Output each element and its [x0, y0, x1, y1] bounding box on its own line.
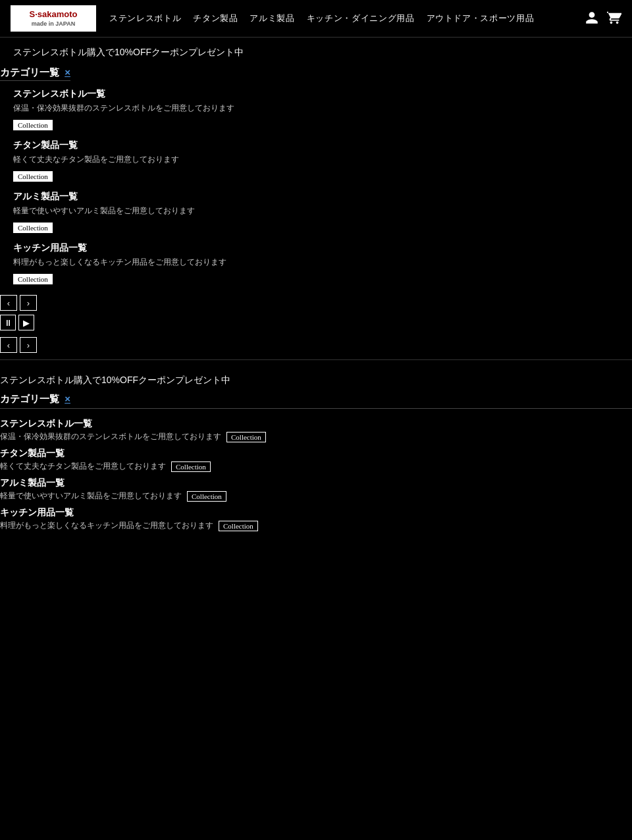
list-row-2-desc: 軽くて丈夫なチタン製品をご用意しております [0, 461, 166, 472]
carousel-controls: ‹ › [0, 291, 632, 312]
logo-text: S·sakamoto made in JAPAN [30, 9, 78, 28]
section-1: ステンレスボトル一覧 保温・保冷効果抜群のステンレスボトルをご用意しております … [0, 82, 632, 133]
list-row-3-badge[interactable]: Collection [187, 491, 226, 502]
section-1-title: ステンレスボトル一覧 [13, 88, 619, 100]
cart-icon[interactable] [607, 11, 621, 27]
promo-banner: ステンレスボトル購入で10%OFFクーポンプレゼント中 [0, 38, 632, 64]
nav-outdoor[interactable]: アウトドア・スポーツ用品 [427, 13, 535, 24]
section-2-desc: 軽くて丈夫なチタン製品をご用意しております [13, 154, 619, 165]
header-icons [585, 11, 621, 27]
section-1-badge[interactable]: Collection [13, 120, 53, 130]
site-logo[interactable]: S·sakamoto made in JAPAN [11, 5, 96, 32]
list-row-4-desc: 料理がもっと楽しくなるキッチン用品をご用意しております [0, 520, 213, 531]
list-row-2-badge[interactable]: Collection [171, 461, 211, 472]
section-4: キッチン用品一覧 料理がもっと楽しくなるキッチン用品をご用意しております Col… [0, 236, 632, 287]
promo2-text: ステンレスボトル購入で10%OFFクーポンプレゼント中 [0, 375, 632, 386]
category-label: カテゴリ一覧 [0, 66, 59, 78]
carousel-next-button-2[interactable]: › [20, 337, 37, 353]
main-nav: ステンレスボトル チタン製品 アルミ製品 キッチン・ダイニング用品 アウトドア・… [109, 13, 585, 24]
list-row-4: キッチン用品一覧 料理がもっと楽しくなるキッチン用品をご用意しております Col… [0, 503, 632, 533]
category-header: カテゴリ一覧 × [0, 61, 70, 81]
nav-stainless[interactable]: ステンレスボトル [109, 13, 181, 24]
nav-alumi[interactable]: アルミ製品 [250, 13, 294, 24]
nav-titan[interactable]: チタン製品 [193, 13, 238, 24]
section-3-title: アルミ製品一覧 [13, 191, 619, 203]
list-row-2: チタン製品一覧 軽くて丈夫なチタン製品をご用意しております Collection [0, 444, 632, 473]
section-3-desc: 軽量で使いやすいアルミ製品をご用意しております [13, 205, 619, 217]
list-row-4-title: キッチン用品一覧 [0, 507, 632, 519]
list-row-3-title: アルミ製品一覧 [0, 477, 632, 489]
section-4-title: キッチン用品一覧 [13, 242, 619, 254]
section-3-badge[interactable]: Collection [13, 223, 53, 233]
site-header: S·sakamoto made in JAPAN ステンレスボトル チタン製品 … [0, 0, 632, 38]
list-row-1-badge[interactable]: Collection [226, 432, 266, 442]
section-2-title: チタン製品一覧 [13, 140, 619, 151]
category-close-link[interactable]: × [65, 66, 70, 78]
category2-header: カテゴリ一覧 × [0, 393, 632, 409]
section-1-desc: 保温・保冷効果抜群のステンレスボトルをご用意しております [13, 103, 619, 114]
section-4-desc: 料理がもっと楽しくなるキッチン用品をご用意しております [13, 257, 619, 268]
second-promo-section: ステンレスボトル購入で10%OFFクーポンプレゼント中 カテゴリ一覧 × ステン… [0, 364, 632, 538]
list-row-3: アルミ製品一覧 軽量で使いやすいアルミ製品をご用意しております Collecti… [0, 473, 632, 503]
list-row-1: ステンレスボトル一覧 保温・保冷効果抜群のステンレスボトルをご用意しております … [0, 414, 632, 444]
list-row-3-desc: 軽量で使いやすいアルミ製品をご用意しております [0, 490, 182, 502]
category2-label: カテゴリ一覧 [0, 393, 59, 404]
carousel-next-button[interactable]: › [20, 295, 37, 311]
list-row-2-title: チタン製品一覧 [0, 448, 632, 459]
play-button[interactable]: ▶ [18, 315, 34, 330]
section-2-badge[interactable]: Collection [13, 171, 53, 182]
category2-close-link[interactable]: × [65, 393, 70, 404]
section-3: アルミ製品一覧 軽量で使いやすいアルミ製品をご用意しております Collecti… [0, 184, 632, 236]
list-row-4-badge[interactable]: Collection [219, 521, 258, 531]
pause-button[interactable]: ⏸ [0, 315, 16, 330]
carousel-prev-button[interactable]: ‹ [0, 295, 17, 311]
carousel-controls-2: ‹ › [0, 333, 632, 354]
section-2: チタン製品一覧 軽くて丈夫なチタン製品をご用意しております Collection [0, 133, 632, 184]
list-row-1-desc: 保温・保冷効果抜群のステンレスボトルをご用意しております [0, 431, 221, 442]
nav-kitchen[interactable]: キッチン・ダイニング用品 [307, 13, 415, 24]
media-controls: ⏸ ▶ [0, 312, 632, 333]
promo-text: ステンレスボトル購入で10%OFFクーポンプレゼント中 [13, 47, 244, 57]
carousel-prev-button-2[interactable]: ‹ [0, 337, 17, 353]
list-row-1-title: ステンレスボトル一覧 [0, 418, 632, 430]
account-icon[interactable] [585, 11, 599, 27]
section-4-badge[interactable]: Collection [13, 274, 53, 284]
divider [0, 359, 632, 360]
